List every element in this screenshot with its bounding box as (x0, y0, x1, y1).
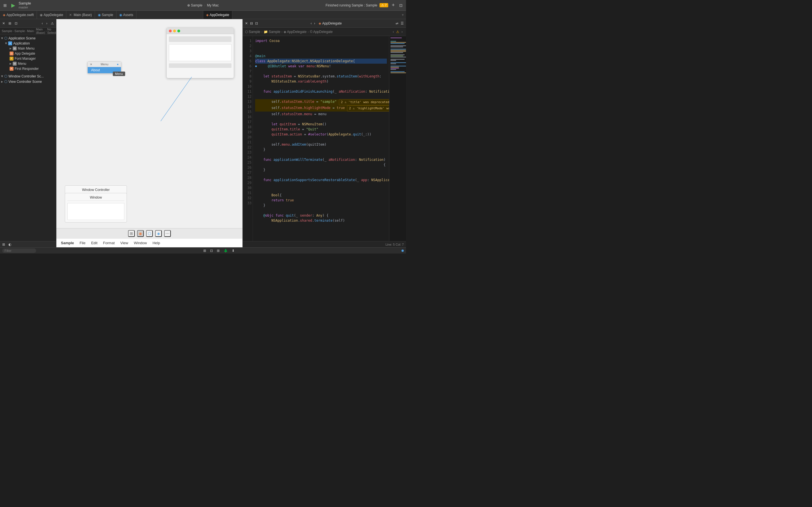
window-title-label: Window (67, 195, 124, 201)
ib-more-btn[interactable]: ⋯ (164, 230, 171, 237)
triangle-icon: ▶ (5, 43, 8, 45)
nav-toolbar: ✕ ⊞ ⊡ ‹ › ⚠ (0, 19, 56, 27)
svg-line-0 (161, 77, 192, 121)
menu-view[interactable]: View (118, 240, 131, 246)
code-line-20: self.menu.addItem(quitItem) (255, 142, 387, 147)
code-line-26: func applicationSupportsSecureRestorable… (255, 177, 387, 193)
nav-theme-button[interactable]: ◐ (7, 242, 12, 247)
nav-item-main-menu[interactable]: ▶ M Main Menu (0, 46, 56, 51)
status-tree-btn[interactable]: 🌲 (222, 248, 229, 253)
sidebar-toggle-button[interactable]: ⊞ (2, 3, 8, 8)
code-diff-btn[interactable]: ⇌ (395, 21, 400, 26)
code-line-23: func applicationWillTerminate(_ aNotific… (255, 157, 387, 167)
code-canvas-btn[interactable]: ⊡ (254, 21, 259, 26)
ib-constraints-btn[interactable]: ⊞ (128, 230, 135, 237)
code-close-btn[interactable]: ✕ (244, 21, 249, 26)
nav-item-window-controller-scene[interactable]: ▶ ⬡ Window Controller Sc... (0, 73, 56, 79)
filter-input[interactable] (2, 248, 36, 253)
appdelegate-icon: D (10, 52, 13, 55)
tab-add-right[interactable]: + (400, 13, 406, 17)
nav-item-application-scene[interactable]: ▶ ⬡ Application Scene (0, 36, 56, 41)
menu-format[interactable]: Format (101, 240, 117, 246)
ib-diamond-btn[interactable]: ◈ (155, 230, 162, 237)
tab-bar-container: ◈ AppDelegate.swift ◉ AppDelegate ✕ Main… (0, 11, 406, 19)
nav-item-label: App Delegate (15, 52, 35, 55)
separator: › (204, 3, 205, 7)
nav-close-button[interactable]: ✕ (1, 21, 6, 26)
ib-menu-bar: Sample File Edit Format View Window Help (56, 238, 243, 247)
nav-item-view-controller-scene[interactable]: ▶ ⬡ View Controller Scene (0, 79, 56, 84)
close-icon[interactable]: ✕ (69, 13, 72, 17)
app-title-bar (167, 28, 234, 34)
menu-title-label: Menu (101, 62, 109, 66)
tab-appdelegate[interactable]: ◉ AppDelegate (37, 11, 66, 19)
nav-item-label: Application Scene (8, 36, 36, 40)
split-button[interactable]: ⊡ (398, 3, 404, 8)
play-button[interactable]: ▶ (10, 2, 16, 9)
code-minimap (389, 36, 406, 241)
nav-item-first-responder[interactable]: R First Responder (0, 66, 56, 71)
code-next-btn[interactable]: › (313, 21, 316, 26)
menu-help[interactable]: Help (150, 240, 162, 246)
menu-window[interactable]: Window (132, 240, 149, 246)
code-expand-btn[interactable]: ⊟ (249, 21, 254, 26)
status-debug-btn[interactable]: ⊡ (209, 248, 214, 253)
code-line-31: @objc func quit(_ sender: Any) { (255, 213, 387, 218)
nav-item-font-manager[interactable]: F Font Manager (0, 56, 56, 61)
code-line-18: quitItem.action = #selector(AppDelegate.… (255, 132, 387, 137)
nav-item-menu[interactable]: ▶ M Menu (0, 61, 56, 66)
nav-item-app-delegate[interactable]: D App Delegate (0, 51, 56, 56)
swift-icon-right: ◈ (206, 13, 209, 17)
line-numbers: 12345 678910 1112131415 1617181920 21222… (243, 36, 253, 241)
status-add-btn[interactable]: ⊞ (202, 248, 207, 253)
code-breadcrumb: ⬡ Sample › 📁 Sample › ◈ AppDelegate › © … (243, 27, 406, 36)
nav-item-label: Application (13, 41, 30, 45)
nav-bottom-toolbar: ⊞ ◐ (0, 241, 56, 247)
nav-layout-button[interactable]: ⊞ (1, 242, 6, 247)
tab-main-base[interactable]: ✕ Main (Base) (66, 11, 95, 19)
status-layout-btn[interactable]: ⊞ (216, 248, 221, 253)
scheme-name: ⊕ Sample (187, 3, 202, 7)
code-content: 12345 678910 1112131415 1617181920 21222… (243, 36, 406, 241)
canvas-area[interactable]: ✕ Menu ● About Menu Window Controller Wi… (56, 19, 243, 228)
ib-canvas: ✕ Menu ● About Menu Window Controller Wi… (56, 19, 243, 247)
code-warn-right[interactable]: › (400, 29, 404, 34)
menu-sample[interactable]: Sample (59, 240, 76, 246)
nav-item-application[interactable]: ▶ A Application (0, 41, 56, 46)
triangle-icon: ▶ (1, 37, 4, 39)
tab-appdelegate-right[interactable]: ◈ AppDelegate (203, 11, 232, 19)
code-body[interactable]: import Cocoa @main class AppDelegate: NS… (253, 36, 389, 241)
nav-next-button[interactable]: › (45, 21, 49, 26)
nav-item-label: First Responder (15, 67, 39, 71)
menu-file[interactable]: File (77, 240, 88, 246)
scene3-icon: ⬡ (4, 79, 7, 83)
nav-canvas-button[interactable]: ⊡ (13, 21, 18, 26)
main-layout: ✕ ⊞ ⊡ ‹ › ⚠ Sample › Sample › Main › Mai… (0, 19, 406, 247)
ib-objects-btn[interactable]: ◉ (137, 230, 144, 237)
add-button[interactable]: + (391, 2, 396, 9)
nav-expand-button[interactable]: ⊞ (7, 21, 12, 26)
status-left (2, 248, 36, 253)
nav-item-label: Menu (18, 62, 26, 66)
code-line-13: self.statusItem.highlightMode = true 2 ⚠… (255, 105, 387, 112)
code-line-32: NSApplication.shared.terminate(self) (255, 218, 387, 223)
code-warn-left[interactable]: ‹ (392, 29, 395, 34)
tab-sample[interactable]: ◉ Sample (95, 11, 116, 19)
code-line-7 (255, 69, 387, 74)
status-download-btn[interactable]: ⬇ (231, 248, 236, 253)
ib-hex-btn[interactable]: ⬡ (146, 230, 153, 237)
nav-tree: ▶ ⬡ Application Scene ▶ A Application ▶ … (0, 34, 56, 241)
warning-inline-13: 2 ⚠ 'highlightMode' was depre... (347, 105, 389, 112)
tab-assets[interactable]: ◉ Assets (116, 11, 137, 19)
menu-edit[interactable]: Edit (89, 240, 100, 246)
nav-warn-button[interactable]: ⚠ (50, 21, 55, 26)
code-outline-btn[interactable]: ☰ (400, 21, 405, 26)
nav-prev-button[interactable]: ‹ (41, 21, 44, 26)
tab-appdelegate-swift[interactable]: ◈ AppDelegate.swift (0, 11, 37, 19)
code-line-6: ● @IBOutlet weak var menu: NSMenu! (255, 64, 387, 69)
code-prev-btn[interactable]: ‹ (310, 21, 313, 26)
menu-close-icon: ✕ (90, 63, 92, 66)
traffic-light-green (177, 30, 180, 33)
code-status-bar: Line: 5 Col: 7 (243, 241, 406, 247)
app-window-preview (166, 27, 234, 78)
